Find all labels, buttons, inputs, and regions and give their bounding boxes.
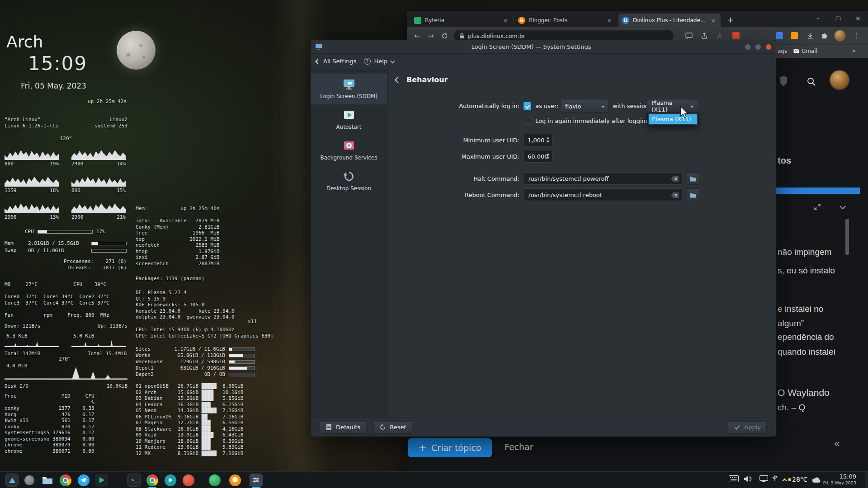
taskbar-tool-icon[interactable]: [23, 474, 36, 487]
browser-close-button[interactable]: ×: [848, 11, 868, 26]
extension-adblock-icon[interactable]: [732, 32, 740, 39]
settings-close-button[interactable]: [766, 44, 771, 50]
clear-text-icon[interactable]: [670, 176, 679, 182]
shield-icon[interactable]: [778, 75, 788, 87]
halt-command-field[interactable]: /usr/bin/systemctl poweroff: [524, 172, 682, 185]
conky-temperature-block: MB 27°C CPU 39°C Core0 37°C Core1 39°C C…: [5, 282, 109, 318]
clear-text-icon[interactable]: [670, 192, 679, 198]
conky-net-rates: Down: 121B/s Up: 113B/s: [5, 323, 127, 329]
user-avatar[interactable]: [829, 70, 850, 90]
browser-menu-icon[interactable]: ⋮: [852, 31, 861, 40]
halt-browse-button[interactable]: [687, 172, 699, 185]
usb-tray-icon[interactable]: [772, 475, 778, 483]
file-manager-icon[interactable]: [41, 474, 54, 487]
conky-os-alt: Linux2: [94, 117, 127, 123]
forward-icon[interactable]: →: [426, 31, 436, 41]
chromium-icon[interactable]: [146, 474, 159, 487]
sidebar-item-desktop-session[interactable]: Desktop Session: [311, 166, 387, 197]
conky-filesystems: Sites1.17GiB / 11.6GiB Works65.8GiB / 11…: [136, 346, 255, 378]
browser-minimize-button[interactable]: –: [808, 11, 828, 26]
conky-mem-block: Mem: up 2h 25m 40s Total - Available 287…: [136, 206, 219, 267]
max-uid-spinbox[interactable]: 60,000: [524, 150, 552, 163]
red-app-icon[interactable]: [182, 474, 195, 487]
tab-close-icon[interactable]: ×: [710, 17, 717, 24]
media-app-icon[interactable]: [95, 474, 108, 487]
sidebar-item-login-screen[interactable]: Login Screen (SDDM): [311, 74, 387, 104]
app-launcher-icon[interactable]: [5, 474, 19, 487]
post-text-fragment: e instalei no: [778, 304, 823, 314]
weather-temperature[interactable]: 28°C: [792, 476, 808, 483]
tab-byteria[interactable]: Byteria ×: [410, 14, 513, 27]
defaults-button[interactable]: Defaults: [320, 421, 366, 434]
help-button[interactable]: ? Help: [364, 58, 395, 65]
highlighted-row[interactable]: [776, 188, 860, 194]
display-tray-icon[interactable]: [760, 475, 768, 483]
bookmark-tags[interactable]: ags: [778, 48, 787, 54]
bookmarks-overflow-icon[interactable]: »: [852, 48, 855, 54]
new-tab-button[interactable]: +: [724, 14, 736, 26]
cast-icon[interactable]: [684, 31, 693, 40]
with-session-label: with session: [613, 103, 649, 109]
close-link[interactable]: Fechar: [505, 442, 533, 452]
back-icon[interactable]: ←: [412, 31, 422, 41]
tab-close-icon[interactable]: ×: [502, 17, 509, 24]
tab-blogger[interactable]: B Blogger: Posts ×: [514, 14, 617, 27]
tab-close-icon[interactable]: ×: [606, 17, 613, 24]
teal-app-icon[interactable]: [164, 474, 177, 487]
conky-disk-table: 01 openSUSE 26.7GiB █████ 8.06GiB 02 Arc…: [136, 383, 243, 456]
show-desktop-strip[interactable]: [865, 472, 868, 488]
settings-window-title: Login Screen (SDDM) — System Settings: [322, 43, 740, 50]
system-settings-task-icon[interactable]: [250, 474, 263, 487]
spin-arrows-icon[interactable]: [546, 153, 550, 159]
browser-maximize-button[interactable]: □: [828, 11, 848, 26]
terminal-icon[interactable]: >_: [127, 474, 141, 487]
core-freq: 800: [71, 188, 80, 194]
bookmark-gmail[interactable]: Gmail: [793, 48, 817, 54]
page-scrollbar[interactable]: [845, 219, 849, 255]
tab-diolinux-active[interactable]: D Diolinux Plus - Liberdade de ×: [618, 14, 721, 27]
session-combobox[interactable]: Plasma (X11): [647, 100, 698, 113]
reboot-browse-button[interactable]: [687, 188, 699, 201]
settings-titlebar[interactable]: Login Screen (SDDM) — System Settings: [311, 40, 776, 54]
conky-kernel: Linux 6.1.26-1-lts: [5, 123, 58, 129]
share-icon[interactable]: [700, 31, 709, 40]
settings-minimize-button[interactable]: [745, 44, 750, 50]
extension-orange-icon[interactable]: [791, 32, 798, 39]
min-uid-spinbox[interactable]: 1,000: [524, 134, 552, 146]
apply-button[interactable]: Apply: [728, 421, 767, 434]
core-freq: 2900: [5, 214, 17, 221]
search-icon[interactable]: [807, 77, 816, 87]
digital-clock[interactable]: 15:09 Fri, 5 May 2023: [816, 473, 856, 485]
green-app-icon[interactable]: [208, 474, 221, 487]
user-combobox[interactable]: flavio: [561, 100, 609, 113]
all-settings-button[interactable]: All Settings: [316, 58, 357, 65]
keyboard-tray-icon[interactable]: [729, 475, 739, 482]
post-text-fragment: s, eu só instalo: [778, 266, 835, 276]
volume-tray-icon[interactable]: [744, 475, 752, 483]
auto-login-checkbox[interactable]: [524, 102, 531, 110]
firefox-like-icon[interactable]: [228, 474, 241, 487]
chrome-icon[interactable]: [59, 474, 72, 487]
settings-maximize-button[interactable]: [755, 44, 761, 50]
tray-expand-caret-icon[interactable]: [783, 479, 787, 483]
chevron-down-icon[interactable]: [839, 205, 846, 210]
reset-button[interactable]: Reset: [373, 421, 412, 434]
conky-core-graph: 290021%: [71, 196, 126, 221]
download-icon[interactable]: [806, 31, 815, 40]
spin-arrows-icon[interactable]: [546, 137, 550, 143]
profile-avatar[interactable]: [834, 30, 846, 42]
page-back-icon[interactable]: [395, 76, 401, 83]
extension-blue-icon[interactable]: [776, 32, 783, 39]
extensions-puzzle-icon[interactable]: [820, 31, 829, 40]
session-dropdown-item[interactable]: Plasma (X11): [649, 114, 697, 124]
reload-icon[interactable]: [439, 31, 449, 41]
collapse-icon[interactable]: «: [834, 437, 840, 450]
expand-icon[interactable]: [814, 203, 821, 211]
telegram-icon[interactable]: [77, 474, 90, 487]
bookmark-star-icon[interactable]: ☆: [715, 31, 724, 40]
create-topic-button[interactable]: + Criar tópico: [408, 438, 492, 457]
relogin-checkbox[interactable]: [525, 117, 533, 125]
reboot-command-field[interactable]: /usr/bin/systemctl reboot: [524, 188, 682, 201]
sidebar-item-background-services[interactable]: Background Services: [311, 135, 387, 166]
sidebar-item-autostart[interactable]: Autostart: [311, 104, 387, 135]
